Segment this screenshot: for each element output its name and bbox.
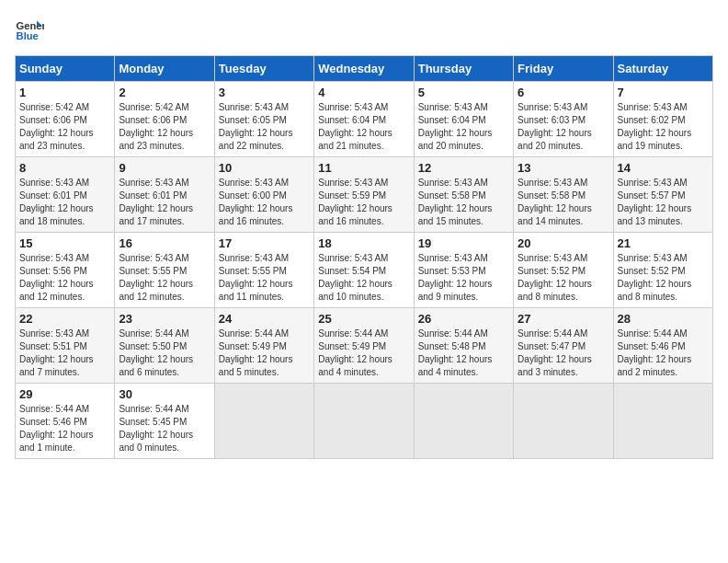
day-number: 12 [418, 161, 509, 175]
calendar-cell: 14 Sunrise: 5:43 AM Sunset: 5:57 PM Dayl… [613, 157, 712, 233]
day-info: Sunrise: 5:44 AM Sunset: 5:48 PM Dayligh… [418, 327, 509, 379]
day-info: Sunrise: 5:43 AM Sunset: 5:58 PM Dayligh… [518, 177, 609, 228]
day-number: 7 [618, 86, 709, 99]
day-number: 10 [219, 161, 310, 175]
day-info: Sunrise: 5:43 AM Sunset: 5:54 PM Dayligh… [318, 252, 409, 304]
day-number: 16 [119, 236, 210, 250]
day-number: 14 [618, 161, 709, 175]
day-info: Sunrise: 5:43 AM Sunset: 5:55 PM Dayligh… [119, 252, 210, 304]
calendar-cell: 2 Sunrise: 5:42 AM Sunset: 6:06 PM Dayli… [115, 82, 214, 157]
day-info: Sunrise: 5:44 AM Sunset: 5:49 PM Dayligh… [318, 327, 409, 379]
weekday-header-saturday: Saturday [613, 56, 712, 82]
day-info: Sunrise: 5:44 AM Sunset: 5:45 PM Dayligh… [119, 403, 210, 454]
day-info: Sunrise: 5:43 AM Sunset: 6:01 PM Dayligh… [119, 177, 210, 228]
day-number: 18 [318, 236, 409, 250]
day-number: 30 [119, 387, 210, 401]
day-info: Sunrise: 5:43 AM Sunset: 5:55 PM Dayligh… [219, 252, 310, 304]
calendar-cell: 3 Sunrise: 5:43 AM Sunset: 6:05 PM Dayli… [214, 82, 313, 157]
day-number: 28 [618, 312, 709, 326]
day-number: 23 [119, 312, 210, 326]
weekday-header-wednesday: Wednesday [314, 56, 414, 82]
day-info: Sunrise: 5:43 AM Sunset: 6:02 PM Dayligh… [618, 101, 709, 153]
day-number: 9 [119, 161, 210, 175]
day-number: 15 [19, 236, 110, 250]
calendar-cell: 10 Sunrise: 5:43 AM Sunset: 6:00 PM Dayl… [214, 157, 313, 233]
day-info: Sunrise: 5:43 AM Sunset: 6:05 PM Dayligh… [219, 101, 310, 153]
calendar-cell: 26 Sunrise: 5:44 AM Sunset: 5:48 PM Dayl… [414, 308, 513, 384]
weekday-header-tuesday: Tuesday [214, 56, 313, 82]
calendar-week-2: 8 Sunrise: 5:43 AM Sunset: 6:01 PM Dayli… [16, 157, 713, 233]
calendar-cell: 13 Sunrise: 5:43 AM Sunset: 5:58 PM Dayl… [514, 157, 613, 233]
calendar-cell: 8 Sunrise: 5:43 AM Sunset: 6:01 PM Dayli… [16, 157, 115, 233]
svg-text:Blue: Blue [17, 30, 39, 41]
page-header: General Blue [15, 15, 713, 44]
calendar-cell: 18 Sunrise: 5:43 AM Sunset: 5:54 PM Dayl… [314, 233, 414, 308]
day-number: 25 [318, 312, 409, 326]
calendar-cell: 28 Sunrise: 5:44 AM Sunset: 5:46 PM Dayl… [613, 308, 712, 384]
calendar-cell: 21 Sunrise: 5:43 AM Sunset: 5:52 PM Dayl… [613, 233, 712, 308]
calendar-cell: 9 Sunrise: 5:43 AM Sunset: 6:01 PM Dayli… [115, 157, 214, 233]
day-number: 17 [219, 236, 310, 250]
calendar-cell: 6 Sunrise: 5:43 AM Sunset: 6:03 PM Dayli… [514, 82, 613, 157]
logo: General Blue [15, 15, 48, 44]
day-info: Sunrise: 5:42 AM Sunset: 6:06 PM Dayligh… [19, 101, 110, 153]
day-info: Sunrise: 5:43 AM Sunset: 5:56 PM Dayligh… [19, 252, 110, 304]
calendar-cell: 1 Sunrise: 5:42 AM Sunset: 6:06 PM Dayli… [16, 82, 115, 157]
calendar-cell: 23 Sunrise: 5:44 AM Sunset: 5:50 PM Dayl… [115, 308, 214, 384]
calendar-table: SundayMondayTuesdayWednesdayThursdayFrid… [15, 55, 713, 459]
day-number: 22 [19, 312, 110, 326]
calendar-cell: 27 Sunrise: 5:44 AM Sunset: 5:47 PM Dayl… [514, 308, 613, 384]
day-number: 27 [518, 312, 609, 326]
day-info: Sunrise: 5:43 AM Sunset: 5:59 PM Dayligh… [318, 177, 409, 228]
calendar-cell: 12 Sunrise: 5:43 AM Sunset: 5:58 PM Dayl… [414, 157, 513, 233]
calendar-cell: 29 Sunrise: 5:44 AM Sunset: 5:46 PM Dayl… [16, 384, 115, 459]
day-info: Sunrise: 5:43 AM Sunset: 6:01 PM Dayligh… [19, 177, 110, 228]
day-info: Sunrise: 5:43 AM Sunset: 5:58 PM Dayligh… [418, 177, 509, 228]
day-info: Sunrise: 5:44 AM Sunset: 5:46 PM Dayligh… [19, 403, 110, 454]
calendar-cell: 20 Sunrise: 5:43 AM Sunset: 5:52 PM Dayl… [514, 233, 613, 308]
weekday-header-row: SundayMondayTuesdayWednesdayThursdayFrid… [16, 56, 713, 82]
day-number: 2 [119, 86, 210, 99]
calendar-cell: 17 Sunrise: 5:43 AM Sunset: 5:55 PM Dayl… [214, 233, 313, 308]
day-number: 20 [518, 236, 609, 250]
day-number: 5 [418, 86, 509, 99]
day-number: 24 [219, 312, 310, 326]
day-info: Sunrise: 5:44 AM Sunset: 5:46 PM Dayligh… [618, 327, 709, 379]
day-info: Sunrise: 5:44 AM Sunset: 5:47 PM Dayligh… [518, 327, 609, 379]
day-info: Sunrise: 5:43 AM Sunset: 5:53 PM Dayligh… [418, 252, 509, 304]
calendar-week-5: 29 Sunrise: 5:44 AM Sunset: 5:46 PM Dayl… [16, 384, 713, 459]
calendar-cell: 16 Sunrise: 5:43 AM Sunset: 5:55 PM Dayl… [115, 233, 214, 308]
day-number: 21 [618, 236, 709, 250]
day-number: 4 [318, 86, 409, 99]
day-number: 29 [19, 387, 110, 401]
day-info: Sunrise: 5:43 AM Sunset: 5:57 PM Dayligh… [618, 177, 709, 228]
day-info: Sunrise: 5:43 AM Sunset: 5:51 PM Dayligh… [19, 327, 110, 379]
calendar-cell [414, 384, 513, 459]
calendar-cell [613, 384, 712, 459]
calendar-cell [514, 384, 613, 459]
day-info: Sunrise: 5:43 AM Sunset: 6:00 PM Dayligh… [219, 177, 310, 228]
day-number: 3 [219, 86, 310, 99]
day-number: 11 [318, 161, 409, 175]
day-info: Sunrise: 5:43 AM Sunset: 6:03 PM Dayligh… [518, 101, 609, 153]
day-info: Sunrise: 5:42 AM Sunset: 6:06 PM Dayligh… [119, 101, 210, 153]
calendar-cell: 7 Sunrise: 5:43 AM Sunset: 6:02 PM Dayli… [613, 82, 712, 157]
calendar-cell: 4 Sunrise: 5:43 AM Sunset: 6:04 PM Dayli… [314, 82, 414, 157]
day-number: 1 [19, 86, 110, 99]
calendar-cell [214, 384, 313, 459]
calendar-week-3: 15 Sunrise: 5:43 AM Sunset: 5:56 PM Dayl… [16, 233, 713, 308]
day-info: Sunrise: 5:43 AM Sunset: 5:52 PM Dayligh… [618, 252, 709, 304]
calendar-cell: 15 Sunrise: 5:43 AM Sunset: 5:56 PM Dayl… [16, 233, 115, 308]
calendar-cell: 22 Sunrise: 5:43 AM Sunset: 5:51 PM Dayl… [16, 308, 115, 384]
calendar-cell: 30 Sunrise: 5:44 AM Sunset: 5:45 PM Dayl… [115, 384, 214, 459]
day-number: 8 [19, 161, 110, 175]
calendar-cell: 24 Sunrise: 5:44 AM Sunset: 5:49 PM Dayl… [214, 308, 313, 384]
calendar-week-4: 22 Sunrise: 5:43 AM Sunset: 5:51 PM Dayl… [16, 308, 713, 384]
day-number: 19 [418, 236, 509, 250]
weekday-header-friday: Friday [514, 56, 613, 82]
weekday-header-monday: Monday [115, 56, 214, 82]
calendar-cell: 25 Sunrise: 5:44 AM Sunset: 5:49 PM Dayl… [314, 308, 414, 384]
calendar-cell: 11 Sunrise: 5:43 AM Sunset: 5:59 PM Dayl… [314, 157, 414, 233]
logo-icon: General Blue [15, 15, 44, 44]
day-info: Sunrise: 5:44 AM Sunset: 5:50 PM Dayligh… [119, 327, 210, 379]
